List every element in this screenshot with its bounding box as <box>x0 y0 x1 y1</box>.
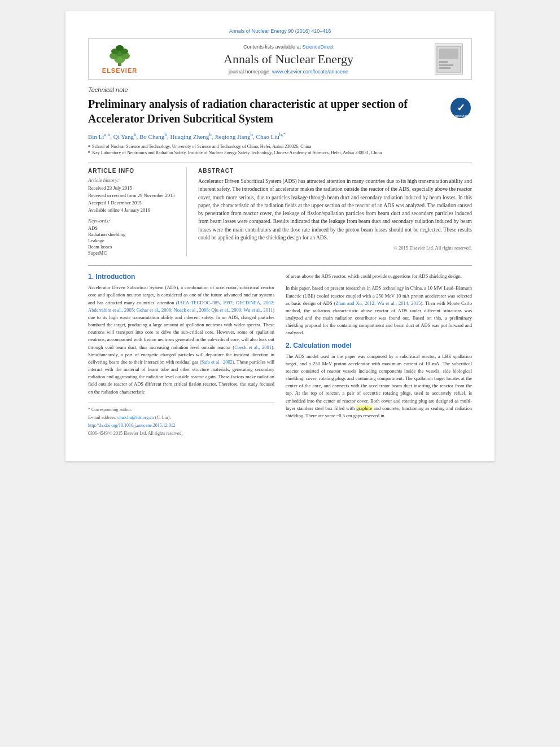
keyword-radiation-shielding: Radiation shielding <box>88 231 180 237</box>
article-info-abstract-grid: ARTICLE INFO Article history: Received 2… <box>88 168 472 256</box>
footnote-doi: http://dx.doi.org/10.1016/j.anucene.2015… <box>88 422 274 429</box>
elsevier-tree-icon <box>103 45 137 67</box>
ref-safa[interactable]: Safa et al., 2002 <box>202 359 233 365</box>
svg-text:✓: ✓ <box>457 102 465 113</box>
author-jieqiong-jiang: Jieqiong Jiangb <box>215 133 253 140</box>
footnote-email-link[interactable]: chao.liu@fds.org.cn <box>117 415 154 420</box>
abstract-text: Accelerator Driven Subcritical System (A… <box>198 177 472 242</box>
section1-paragraph2: of areas above the ADS reactor, which co… <box>286 273 472 280</box>
homepage-link[interactable]: www.elsevier.com/locate/anucene <box>272 69 348 75</box>
ref-zhan[interactable]: Zhan and Xu, 2012; Wu et al., 2014, 2015 <box>336 300 421 306</box>
footnote-section: * Corresponding author. E-mail address: … <box>88 403 274 437</box>
history-online: Available online 4 January 2016 <box>88 207 180 213</box>
footnote-email: E-mail address: chao.liu@fds.org.cn (C. … <box>88 414 274 421</box>
svg-rect-9 <box>439 49 458 59</box>
section1-heading: 1. Introduction <box>88 273 274 281</box>
affil-b-text: Key Laboratory of Neutronics and Radiati… <box>93 150 382 156</box>
article-title: Preliminary analysis of radiation charac… <box>88 97 444 126</box>
section2-heading: 2. Calculation model <box>286 342 472 350</box>
svg-point-7 <box>116 45 124 51</box>
footnote-issn: 0306-4549/© 2015 Elsevier Ltd. All right… <box>88 430 274 436</box>
svg-rect-11 <box>439 64 453 66</box>
main-content: 1. Introduction Accelerator Driven Subcr… <box>88 273 472 438</box>
article-history-label: Article history: <box>88 177 180 183</box>
decorative-figure-icon <box>436 45 462 73</box>
author-chao-liu: Chao Liub,* <box>256 133 286 140</box>
keyword-ads: ADS <box>88 225 180 231</box>
keywords-label: Keywords: <box>88 218 180 224</box>
body-divider <box>88 265 472 266</box>
page: Annals of Nuclear Energy 90 (2016) 410–4… <box>65 11 495 461</box>
masthead-box: ELSEVIER Contents lists available at Sci… <box>88 38 472 80</box>
sciencedirect-line: Contents lists available at ScienceDirec… <box>151 44 426 50</box>
elsevier-logo-area: ELSEVIER <box>94 45 145 74</box>
title-row: Preliminary analysis of radiation charac… <box>88 97 472 132</box>
ref-iaea[interactable]: IAEA-TECDOC–985, 1997; OECD/NEA, 2002; A… <box>88 300 274 313</box>
section1-paragraph3: In this paper, based on present research… <box>286 285 472 337</box>
decorative-image <box>435 43 463 75</box>
footnote-corresponding: * Corresponding author. <box>88 407 274 413</box>
author-bo-chang: Bo Changb <box>139 133 167 140</box>
affil-b: b Key Laboratory of Neutronics and Radia… <box>88 150 472 156</box>
abstract-label: ABSTRACT <box>198 168 472 174</box>
section1-paragraph1: Accelerator Driven Subcritical System (A… <box>88 284 274 396</box>
affiliations: a School of Nuclear Science and Technolo… <box>88 143 472 156</box>
masthead-right-image <box>432 43 466 75</box>
doi-link[interactable]: http://dx.doi.org/10.1016/j.anucene.2015… <box>88 423 176 428</box>
copyright-line: © 2015 Elsevier Ltd. All rights reserved… <box>198 245 472 251</box>
keyword-supermc: SuperMC <box>88 250 180 256</box>
svg-rect-10 <box>439 61 448 63</box>
section2-paragraph1: The ADS model used in the paper was comp… <box>286 353 472 420</box>
author-qi-yang: Qi Yangb <box>113 133 137 140</box>
author-bin-li: Bin Lia,b <box>88 133 110 140</box>
elsevier-logo: ELSEVIER <box>94 45 145 74</box>
abstract-column: ABSTRACT Accelerator Driven Subcritical … <box>198 168 472 256</box>
author-huaqing-zheng: Huaqing Zhengb <box>170 133 211 140</box>
svg-rect-12 <box>439 67 450 69</box>
right-column: of areas above the ADS reactor, which co… <box>286 273 472 438</box>
masthead-center: Contents lists available at ScienceDirec… <box>145 44 432 75</box>
authors-line: Bin Lia,b, Qi Yangb, Bo Changb, Huaqing … <box>88 132 472 140</box>
history-revised: Received in revised form 29 November 201… <box>88 193 180 199</box>
journal-title-masthead: Annals of Nuclear Energy <box>151 52 426 67</box>
affil-a-text: School of Nuclear Science and Technology… <box>92 143 311 150</box>
journal-top-header: Annals of Nuclear Energy 90 (2016) 410–4… <box>88 28 472 34</box>
ref-coeck[interactable]: Coeck et al., 2001 <box>234 344 272 350</box>
history-received: Received 23 July 2015 <box>88 185 180 191</box>
elsevier-text: ELSEVIER <box>102 67 137 74</box>
keyword-beam-losses: Beam losses <box>88 244 180 250</box>
crossmark-badge[interactable]: ✓ CrossMark <box>449 97 472 119</box>
affil-a: a School of Nuclear Science and Technolo… <box>88 143 472 150</box>
highlight-graphite: graphite <box>356 405 372 411</box>
header-divider <box>88 163 472 163</box>
journal-homepage-line: journal homepage: www.elsevier.com/locat… <box>151 69 426 75</box>
keyword-leakage: Leakage <box>88 238 180 243</box>
crossmark-icon: ✓ CrossMark <box>449 97 472 119</box>
sciencedirect-link[interactable]: ScienceDirect <box>303 44 334 50</box>
journal-citation: Annals of Nuclear Energy 90 (2016) 410–4… <box>229 28 331 34</box>
history-accepted: Accepted 1 December 2015 <box>88 200 180 206</box>
article-type-label: Technical note <box>88 86 472 93</box>
left-column: 1. Introduction Accelerator Driven Subcr… <box>88 273 274 438</box>
article-info-label: ARTICLE INFO <box>88 168 180 174</box>
svg-text:CrossMark: CrossMark <box>452 114 469 117</box>
article-info-column: ARTICLE INFO Article history: Received 2… <box>88 168 187 256</box>
